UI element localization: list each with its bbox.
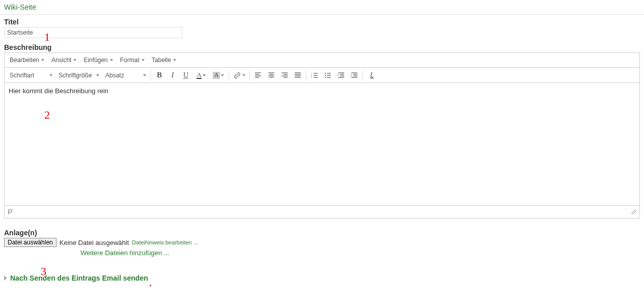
attachments-label: Anlage(n) (4, 229, 640, 237)
caret-icon (49, 74, 52, 76)
edit-file-hint-link[interactable]: Dateihinweis bearbeiten ... (132, 239, 198, 245)
svg-point-4 (325, 74, 326, 75)
menu-edit-label: Bearbeiten (10, 57, 39, 64)
align-right-button[interactable] (278, 69, 291, 81)
choose-file-button[interactable]: Datei auswählen (4, 238, 57, 247)
file-status-text: Keine Datei ausgewählt (60, 239, 129, 246)
bold-icon: B (157, 71, 162, 79)
menu-insert[interactable]: Einfügen (80, 55, 116, 65)
triangle-right-icon (4, 276, 7, 281)
menu-view-label: Ansicht (51, 57, 71, 64)
italic-button[interactable]: I (166, 69, 179, 81)
editor-path: P (8, 208, 12, 216)
caret-icon (41, 59, 44, 61)
paragraph-label: Absatz (105, 72, 124, 79)
svg-point-3 (325, 72, 326, 73)
underline-icon: U (183, 71, 188, 79)
toolbar-separator (362, 70, 363, 81)
section-header: Wiki-Seite (0, 0, 644, 15)
align-center-button[interactable] (265, 69, 278, 81)
clear-formatting-button[interactable]: I✕ (365, 69, 378, 81)
unordered-list-icon (324, 71, 332, 79)
align-right-icon (281, 71, 289, 79)
link-icon (233, 71, 241, 79)
indent-icon (350, 71, 358, 79)
italic-icon: I (172, 71, 174, 79)
email-after-submit-expander[interactable]: Nach Senden des Eintrags Email senden (0, 259, 644, 286)
caret-icon (242, 74, 245, 76)
caret-icon (173, 59, 176, 61)
outdent-icon (337, 71, 345, 79)
toolbar-separator (249, 70, 250, 81)
font-size-select[interactable]: Schriftgröße (55, 70, 102, 80)
editor-menubar: Bearbeiten Ansicht Einfügen Format Tabel… (5, 53, 639, 68)
background-color-button[interactable]: A (210, 69, 227, 81)
ordered-list-icon: 123 (311, 71, 319, 79)
font-family-label: Schriftart (10, 72, 34, 79)
menu-view[interactable]: Ansicht (48, 55, 79, 65)
toolbar-separator (306, 70, 306, 81)
background-color-icon: A (213, 72, 220, 79)
bold-button[interactable]: B (153, 69, 166, 81)
text-color-icon: A (197, 72, 201, 79)
caret-icon (221, 74, 224, 76)
align-left-button[interactable] (251, 69, 265, 81)
paragraph-select[interactable]: Absatz (102, 70, 149, 80)
ordered-list-button[interactable]: 123 (308, 69, 321, 81)
align-left-icon (254, 71, 262, 79)
unordered-list-button[interactable] (321, 69, 334, 81)
menu-table-label: Tabelle (152, 57, 171, 64)
align-justify-button[interactable] (291, 69, 304, 81)
add-more-files-link[interactable]: Weitere Dateien hinzufügen ... (4, 249, 640, 257)
clear-formatting-icon: I✕ (370, 71, 373, 79)
editor-content[interactable]: Hier kommt die Beschreibung rein (5, 83, 639, 205)
resize-handle[interactable] (631, 209, 636, 214)
font-family-select[interactable]: Schriftart (7, 70, 55, 80)
text-color-button[interactable]: A (192, 69, 210, 81)
toolbar-separator (151, 70, 151, 81)
editor-text: Hier kommt die Beschreibung rein (9, 87, 108, 95)
title-input[interactable] (4, 27, 182, 38)
menu-table[interactable]: Tabelle (149, 55, 179, 65)
description-label: Beschreibung (4, 43, 640, 51)
menu-edit[interactable]: Bearbeiten (7, 55, 47, 65)
caret-icon (110, 59, 113, 61)
menu-format[interactable]: Format (117, 55, 148, 65)
title-label: Titel (4, 18, 640, 26)
caret-icon (143, 74, 146, 76)
editor-toolbar: Schriftart Schriftgröße Absatz B I U A A (5, 68, 639, 83)
rich-text-editor: Bearbeiten Ansicht Einfügen Format Tabel… (4, 52, 640, 218)
menu-format-label: Format (120, 57, 139, 64)
caret-icon (73, 59, 76, 61)
outdent-button[interactable] (334, 69, 348, 81)
align-center-icon (267, 71, 275, 79)
caret-icon (142, 59, 145, 61)
email-expander-label: Nach Senden des Eintrags Email senden (10, 274, 148, 282)
indent-button[interactable] (348, 69, 361, 81)
svg-point-5 (325, 76, 326, 77)
caret-icon (203, 74, 206, 76)
font-size-label: Schriftgröße (59, 72, 92, 79)
svg-text:3: 3 (311, 76, 313, 78)
underline-button[interactable]: U (179, 69, 192, 81)
menu-insert-label: Einfügen (83, 57, 107, 64)
toolbar-separator (229, 70, 229, 81)
link-button[interactable] (231, 69, 248, 81)
editor-statusbar: P (5, 205, 639, 218)
align-justify-icon (294, 71, 302, 79)
caret-icon (96, 74, 99, 76)
